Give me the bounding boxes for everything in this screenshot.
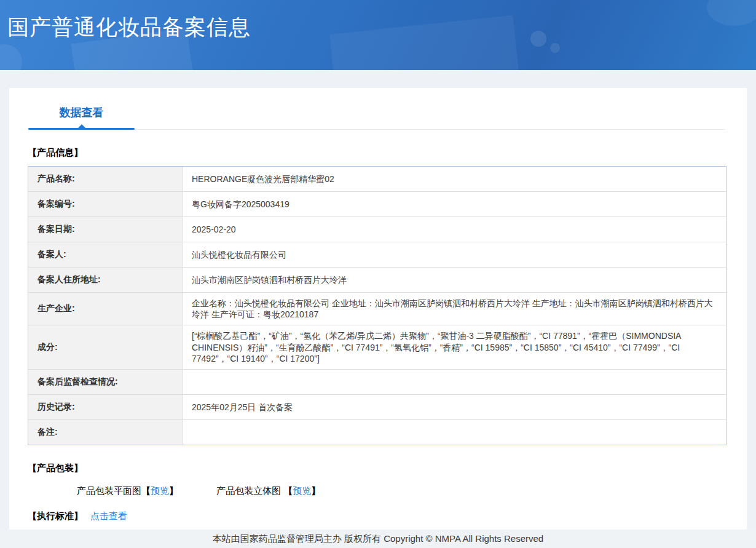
- row-label: 成分:: [28, 325, 183, 369]
- page-banner: 国产普通化妆品备案信息: [0, 0, 756, 70]
- row-value: 粤G妆网备字2025003419: [183, 192, 726, 216]
- row-label: 备案人:: [28, 242, 183, 267]
- table-row-ingredients: 成分: [“棕榈酸乙基己酯”，“矿油”，“氢化（苯乙烯/异戊二烯）共聚物”，“聚…: [28, 325, 726, 370]
- section-product-info-title: 【产品信息】: [28, 147, 728, 159]
- packaging-item-3d: 产品包装立体图 【预览】: [216, 485, 320, 497]
- table-row-supervision: 备案后监督检查情况:: [28, 370, 726, 395]
- exec-standard-row: 【执行标准】点击查看: [28, 510, 728, 522]
- bracket-open: 【: [141, 485, 151, 496]
- tab-data-view-label: 数据查看: [60, 106, 104, 119]
- row-label: 历史记录:: [28, 395, 183, 419]
- packaging-item-flat: 产品包装平面图【预览】: [77, 485, 178, 497]
- row-label: 备案后监督检查情况:: [28, 370, 183, 394]
- row-label: 备案人住所地址:: [28, 268, 183, 292]
- row-value: 企业名称：汕头悦橙化妆品有限公司 企业地址：汕头市潮南区胪岗镇泗和村桥西片大坽洋…: [183, 293, 726, 325]
- row-value: [183, 370, 726, 394]
- table-row-manufacturer: 生产企业: 企业名称：汕头悦橙化妆品有限公司 企业地址：汕头市潮南区胪岗镇泗和村…: [28, 293, 726, 325]
- table-row-filer: 备案人: 汕头悦橙化妆品有限公司: [28, 242, 726, 268]
- row-value: HERORANGE凝色波光唇部精华蜜02: [183, 167, 726, 191]
- banner-decor-circle: [0, 44, 22, 70]
- section-product-package-title: 【产品包装】: [28, 463, 728, 474]
- row-value: 2025年02月25日 首次备案: [183, 395, 726, 419]
- bracket-close: 】: [311, 485, 320, 496]
- row-label: 备注:: [28, 420, 183, 445]
- tab-active-underline: [28, 128, 135, 130]
- table-row-filing-date: 备案日期: 2025-02-20: [28, 217, 726, 242]
- packaging-row: 产品包装平面图【预览】 产品包装立体图 【预览】: [77, 485, 728, 497]
- preview-link-3d[interactable]: 预览: [293, 485, 311, 496]
- row-label: 产品名称:: [28, 167, 183, 191]
- row-value: 汕头市潮南区胪岗镇泗和村桥西片大坽洋: [183, 268, 726, 292]
- row-label: 备案编号:: [28, 192, 183, 216]
- row-value: [“棕榈酸乙基己酯”，“矿油”，“氢化（苯乙烯/异戊二烯）共聚物”，“聚甘油-3…: [183, 325, 726, 369]
- product-info-table: 产品名称: HERORANGE凝色波光唇部精华蜜02 备案编号: 粤G妆网备字2…: [28, 166, 726, 445]
- row-value: 汕头悦橙化妆品有限公司: [183, 242, 726, 267]
- banner-decor-circle: [550, 43, 560, 53]
- row-label: 生产企业:: [28, 293, 183, 325]
- table-row-remarks: 备注:: [28, 420, 726, 445]
- footer-copyright: 本站由国家药品监督管理局主办 版权所有 Copyright © NMPA All…: [213, 533, 543, 545]
- packaging-3d-label: 产品包装立体图: [216, 485, 283, 496]
- footer: 本站由国家药品监督管理局主办 版权所有 Copyright © NMPA All…: [0, 530, 756, 548]
- tab-bar: 数据查看: [9, 88, 747, 130]
- table-row-history: 历史记录: 2025年02月25日 首次备案: [28, 395, 726, 420]
- view-standard-link[interactable]: 点击查看: [90, 510, 127, 521]
- row-value: 2025-02-20: [183, 217, 726, 242]
- bracket-open: 【: [283, 485, 293, 496]
- page-title: 国产普通化妆品备案信息: [0, 0, 756, 42]
- packaging-flat-label: 产品包装平面图: [77, 485, 141, 496]
- row-value: [183, 420, 726, 445]
- table-row-filing-number: 备案编号: 粤G妆网备字2025003419: [28, 192, 726, 217]
- table-row-filer-address: 备案人住所地址: 汕头市潮南区胪岗镇泗和村桥西片大坽洋: [28, 268, 726, 293]
- preview-link-flat[interactable]: 预览: [151, 485, 169, 496]
- tab-data-view[interactable]: 数据查看: [28, 105, 135, 130]
- section-exec-standard-title: 【执行标准】: [28, 510, 83, 521]
- table-row-product-name: 产品名称: HERORANGE凝色波光唇部精华蜜02: [28, 167, 726, 192]
- row-label: 备案日期:: [28, 217, 183, 242]
- content-card: 数据查看 【产品信息】 产品名称: HERORANGE凝色波光唇部精华蜜02 备…: [9, 88, 747, 548]
- bracket-close: 】: [169, 485, 178, 496]
